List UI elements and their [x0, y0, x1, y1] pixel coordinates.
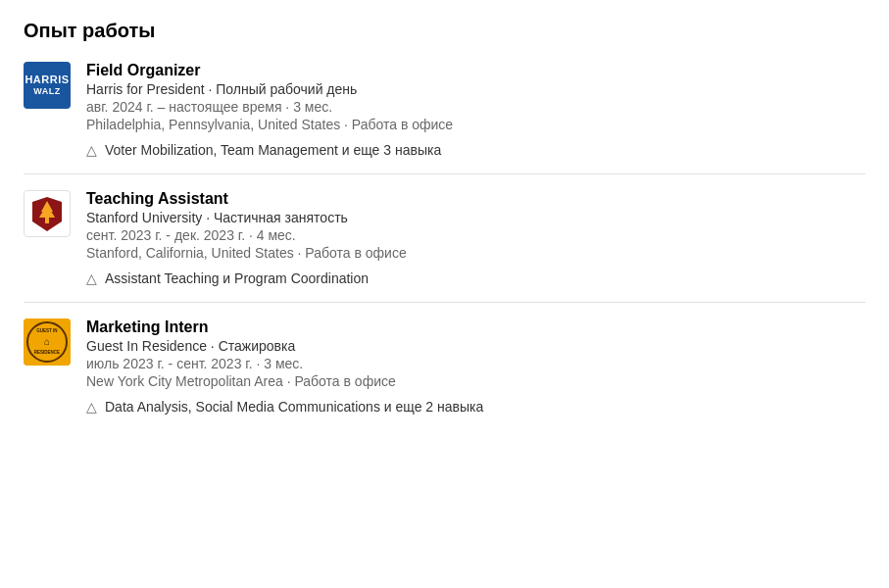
location-info-teaching-assistant: Stanford, California, United States · Ра…: [86, 245, 865, 261]
skills-row-field-organizer: △ Voter Mobilization, Team Management и …: [86, 142, 865, 158]
company-info-teaching-assistant: Stanford University · Частичная занятост…: [86, 210, 865, 225]
skills-icon-marketing-intern: △: [86, 399, 97, 415]
svg-text:RESIDENCE: RESIDENCE: [34, 350, 60, 355]
company-info-marketing-intern: Guest In Residence · Стажировка: [86, 338, 865, 354]
company-logo-gir: GUEST IN RESIDENCE ⌂: [24, 318, 71, 366]
gir-logo-svg: GUEST IN RESIDENCE ⌂: [24, 318, 71, 366]
section-title: Опыт работы: [24, 20, 865, 42]
experience-item-marketing-intern: GUEST IN RESIDENCE ⌂ Marketing Intern Gu…: [24, 302, 865, 430]
skills-text-field-organizer: Voter Mobilization, Team Management и ещ…: [105, 142, 441, 158]
skills-icon-teaching-assistant: △: [86, 270, 97, 286]
location-info-marketing-intern: New York City Metropolitan Area · Работа…: [86, 373, 865, 389]
experience-item-field-organizer: HARRIS WALZ Field Organizer Harris for P…: [24, 62, 865, 173]
job-title-teaching-assistant: Teaching Assistant: [86, 190, 865, 208]
experience-content-teaching-assistant: Teaching Assistant Stanford University ·…: [86, 190, 865, 286]
skills-row-marketing-intern: △ Data Analysis, Social Media Communicat…: [86, 399, 865, 415]
stanford-logo-svg: [27, 194, 67, 233]
experience-item-teaching-assistant: Teaching Assistant Stanford University ·…: [24, 173, 865, 302]
experience-list: HARRIS WALZ Field Organizer Harris for P…: [24, 62, 865, 430]
date-info-field-organizer: авг. 2024 г. – настоящее время · 3 мес.: [86, 99, 865, 115]
experience-content-marketing-intern: Marketing Intern Guest In Residence · Ст…: [86, 318, 865, 415]
skills-row-teaching-assistant: △ Assistant Teaching и Program Coordinat…: [86, 270, 865, 286]
skills-text-teaching-assistant: Assistant Teaching и Program Coordinatio…: [105, 270, 369, 286]
date-info-marketing-intern: июль 2023 г. - сент. 2023 г. · 3 мес.: [86, 356, 865, 371]
job-title-marketing-intern: Marketing Intern: [86, 318, 865, 336]
date-info-teaching-assistant: сент. 2023 г. - дек. 2023 г. · 4 мес.: [86, 227, 865, 243]
company-logo-stanford: [24, 190, 71, 237]
location-info-field-organizer: Philadelphia, Pennsylvania, United State…: [86, 117, 865, 132]
experience-content-field-organizer: Field Organizer Harris for President · П…: [86, 62, 865, 158]
svg-text:⌂: ⌂: [44, 336, 50, 347]
skills-text-marketing-intern: Data Analysis, Social Media Communicatio…: [105, 399, 483, 415]
company-logo-harris: HARRIS WALZ: [24, 62, 71, 109]
job-title-field-organizer: Field Organizer: [86, 62, 865, 79]
skills-icon-field-organizer: △: [86, 142, 97, 158]
svg-text:GUEST IN: GUEST IN: [36, 328, 57, 333]
company-info-field-organizer: Harris for President · Полный рабочий де…: [86, 81, 865, 97]
